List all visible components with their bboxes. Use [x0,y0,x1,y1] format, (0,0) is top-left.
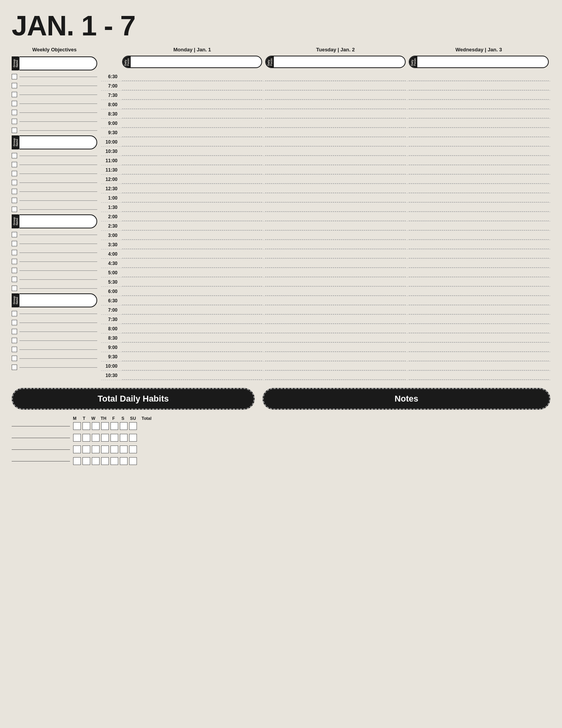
day-cell-2-32[interactable] [407,371,550,380]
day-cell-1-22[interactable] [264,277,407,286]
group-input-0[interactable] [19,56,97,70]
day-cell-0-16[interactable] [121,221,264,230]
habit-cb-2-5[interactable] [120,446,128,453]
day-cell-1-32[interactable] [264,371,407,380]
habit-cb-3-2[interactable] [92,457,100,465]
checkbox-1-5[interactable] [12,198,17,203]
group-input-3[interactable] [19,293,97,307]
day-cell-0-11[interactable] [121,175,264,184]
habit-cb-1-6[interactable] [129,434,137,442]
day-cell-2-2[interactable] [407,91,550,100]
day-cell-2-10[interactable] [407,165,550,174]
day-cell-2-4[interactable] [407,109,550,118]
day-cell-2-24[interactable] [407,296,550,305]
day-cell-1-11[interactable] [264,175,407,184]
day-cell-0-2[interactable] [121,91,264,100]
day-cell-2-16[interactable] [407,221,550,230]
group-input-2[interactable] [19,214,97,228]
habit-cb-2-0[interactable] [73,446,81,453]
day-cell-0-6[interactable] [121,128,264,137]
day-cell-1-20[interactable] [264,259,407,268]
day-cell-2-0[interactable] [407,72,550,81]
habit-cb-0-2[interactable] [92,422,100,430]
day-cell-2-30[interactable] [407,352,550,361]
day-cell-1-25[interactable] [264,305,407,314]
day-cell-0-23[interactable] [121,287,264,296]
day-cell-1-9[interactable] [264,156,407,165]
checkbox-1-6[interactable] [12,207,17,212]
day-cell-1-0[interactable] [264,72,407,81]
day-cell-0-9[interactable] [121,156,264,165]
checkbox-3-1[interactable] [12,320,17,325]
day-cell-2-22[interactable] [407,277,550,286]
day-cell-0-21[interactable] [121,268,264,277]
day-cell-2-13[interactable] [407,193,550,202]
day-cell-0-18[interactable] [121,240,264,249]
checkbox-2-4[interactable] [12,268,17,273]
day-cell-0-5[interactable] [121,119,264,128]
day-cell-1-28[interactable] [264,333,407,342]
day-cell-1-2[interactable] [264,91,407,100]
habit-cb-1-2[interactable] [92,434,100,442]
day-cell-0-4[interactable] [121,109,264,118]
checkbox-0-1[interactable] [12,83,17,88]
habit-cb-1-0[interactable] [73,434,81,442]
habit-cb-2-6[interactable] [129,446,137,453]
day-cell-2-6[interactable] [407,128,550,137]
habit-name-line-1[interactable] [12,438,70,438]
day-cell-1-10[interactable] [264,165,407,174]
day-cell-1-4[interactable] [264,109,407,118]
checkbox-2-1[interactable] [12,241,17,246]
habit-cb-2-1[interactable] [82,446,90,453]
checkbox-3-5[interactable] [12,356,17,361]
day-cell-1-18[interactable] [264,240,407,249]
habit-cb-0-0[interactable] [73,422,81,430]
day-cell-1-6[interactable] [264,128,407,137]
checkbox-2-2[interactable] [12,250,17,255]
habit-cb-3-5[interactable] [120,457,128,465]
day-cell-0-7[interactable] [121,137,264,146]
day-cell-2-21[interactable] [407,268,550,277]
day-cell-2-12[interactable] [407,184,550,193]
day-cell-0-0[interactable] [121,72,264,81]
checkbox-3-0[interactable] [12,311,17,316]
checkbox-3-6[interactable] [12,365,17,370]
habit-cb-0-6[interactable] [129,422,137,430]
day-cell-0-10[interactable] [121,165,264,174]
habit-cb-1-3[interactable] [101,434,109,442]
checkbox-2-0[interactable] [12,232,17,237]
day-cell-2-31[interactable] [407,361,550,370]
habit-name-line-0[interactable] [12,426,70,426]
day-cell-1-12[interactable] [264,184,407,193]
habit-cb-2-3[interactable] [101,446,109,453]
checkbox-0-3[interactable] [12,101,17,106]
day-cell-1-19[interactable] [264,249,407,258]
day-cell-0-25[interactable] [121,305,264,314]
checkbox-2-3[interactable] [12,259,17,264]
day-cell-2-9[interactable] [407,156,550,165]
day-cell-0-30[interactable] [121,352,264,361]
habit-cb-2-4[interactable] [110,446,118,453]
day-cell-0-31[interactable] [121,361,264,370]
habit-cb-3-4[interactable] [110,457,118,465]
checkbox-1-3[interactable] [12,180,17,185]
checkbox-0-5[interactable] [12,119,17,124]
habit-cb-1-1[interactable] [82,434,90,442]
day-cell-2-29[interactable] [407,343,550,352]
day-cell-1-23[interactable] [264,287,407,296]
day-cell-2-14[interactable] [407,203,550,212]
checkbox-3-3[interactable] [12,338,17,343]
day-cell-1-24[interactable] [264,296,407,305]
day-cell-0-1[interactable] [121,81,264,90]
day-cell-2-15[interactable] [407,212,550,221]
day-cell-1-21[interactable] [264,268,407,277]
day-cell-2-28[interactable] [407,333,550,342]
checkbox-0-2[interactable] [12,92,17,97]
day-cell-1-1[interactable] [264,81,407,90]
habit-cb-0-5[interactable] [120,422,128,430]
daily-focus-input-0[interactable]: DailyFocus [122,56,262,68]
day-cell-1-16[interactable] [264,221,407,230]
checkbox-3-2[interactable] [12,329,17,334]
day-cell-1-17[interactable] [264,231,407,240]
checkbox-3-4[interactable] [12,347,17,352]
